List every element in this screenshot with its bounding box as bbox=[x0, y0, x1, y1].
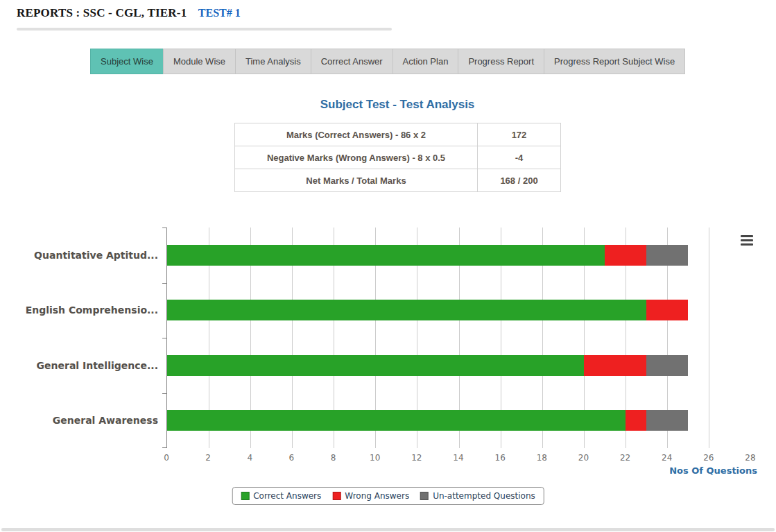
plot-area bbox=[166, 228, 750, 448]
stacked-bar bbox=[167, 410, 750, 431]
bar-segment[interactable] bbox=[167, 410, 626, 431]
y-axis-tick bbox=[162, 393, 167, 394]
x-tick-label: 18 bbox=[537, 453, 547, 463]
bar-row bbox=[167, 283, 750, 338]
table-row: Negative Marks (Wrong Answers) - 8 x 0.5… bbox=[235, 146, 561, 169]
x-tick-label: 20 bbox=[578, 453, 589, 463]
bar-segment[interactable] bbox=[584, 355, 646, 376]
x-tick-label: 16 bbox=[495, 453, 506, 463]
metric-label: Marks (Correct Answers) - 86 x 2 bbox=[235, 123, 478, 146]
header-underline bbox=[17, 28, 392, 31]
x-tick-label: 12 bbox=[411, 453, 422, 463]
metric-value: 168 / 200 bbox=[478, 169, 561, 192]
tab-progress-report[interactable]: Progress Report bbox=[458, 49, 544, 74]
legend-label: Un-attempted Questions bbox=[433, 491, 535, 501]
x-tick-label: 24 bbox=[662, 453, 672, 463]
stacked-bar bbox=[167, 355, 750, 376]
tab-time-analysis[interactable]: Time Analysis bbox=[235, 49, 311, 74]
tab-bar: Subject Wise Module Wise Time Analysis C… bbox=[90, 49, 685, 74]
x-tick-label: 2 bbox=[205, 453, 211, 463]
report-title: REPORTS : SSC - CGL, TIER-1 bbox=[17, 6, 187, 19]
bar-segment[interactable] bbox=[167, 300, 646, 320]
x-tick-label: 10 bbox=[370, 453, 380, 463]
legend-item[interactable]: Correct Answers bbox=[241, 491, 321, 501]
tab-subject-wise[interactable]: Subject Wise bbox=[90, 49, 164, 74]
y-axis-labels: Quantitative Aptitud...English Comprehen… bbox=[0, 228, 162, 448]
y-axis-tick bbox=[162, 447, 167, 448]
bar-segment[interactable] bbox=[167, 245, 605, 266]
y-axis-label: Quantitative Aptitud... bbox=[0, 228, 162, 283]
analysis-title: Subject Test - Test Analysis bbox=[234, 98, 560, 112]
x-tick-label: 14 bbox=[453, 453, 463, 463]
tab-action-plan[interactable]: Action Plan bbox=[393, 49, 459, 74]
hamburger-line bbox=[741, 243, 753, 246]
y-axis-label: English Comprehensio... bbox=[0, 283, 162, 338]
hamburger-line bbox=[741, 235, 753, 237]
stacked-bar bbox=[167, 245, 750, 266]
stacked-bar-chart: Quantitative Aptitud...English Comprehen… bbox=[0, 223, 776, 508]
hamburger-icon[interactable] bbox=[739, 232, 755, 249]
x-tick-label: 0 bbox=[164, 453, 169, 463]
y-axis-label: General Intelligence... bbox=[0, 338, 162, 393]
x-tick-label: 6 bbox=[289, 453, 295, 463]
bar-segment[interactable] bbox=[646, 300, 688, 320]
y-axis-tick bbox=[162, 228, 167, 228]
report-header: REPORTS : SSC - CGL, TIER-1 TEST# 1 bbox=[17, 6, 241, 20]
bar-segment[interactable] bbox=[626, 410, 646, 431]
table-row: Net Marks / Total Marks 168 / 200 bbox=[235, 169, 561, 192]
legend-swatch bbox=[332, 492, 340, 500]
chart-legend: Correct AnswersWrong AnswersUn-attempted… bbox=[232, 487, 544, 505]
metric-value: 172 bbox=[478, 123, 561, 146]
table-row: Marks (Correct Answers) - 86 x 2 172 bbox=[235, 123, 561, 146]
bar-row bbox=[167, 393, 750, 449]
x-tick-label: 22 bbox=[620, 453, 630, 463]
bar-segment[interactable] bbox=[646, 245, 688, 266]
bar-segment[interactable] bbox=[167, 355, 584, 376]
bar-row bbox=[167, 228, 750, 283]
tab-module-wise[interactable]: Module Wise bbox=[163, 49, 236, 74]
x-tick-label: 28 bbox=[745, 453, 755, 463]
metric-label: Negative Marks (Wrong Answers) - 8 x 0.5 bbox=[235, 146, 478, 169]
y-axis-tick bbox=[162, 338, 167, 338]
x-tick-label: 8 bbox=[331, 453, 336, 463]
tab-correct-answer[interactable]: Correct Answer bbox=[311, 49, 393, 74]
x-tick-label: 26 bbox=[703, 453, 714, 463]
bar-segment[interactable] bbox=[605, 245, 646, 266]
legend-swatch bbox=[420, 492, 429, 500]
stacked-bar bbox=[167, 300, 750, 320]
metric-label: Net Marks / Total Marks bbox=[235, 169, 478, 192]
hamburger-line bbox=[741, 239, 753, 241]
analysis-table: Marks (Correct Answers) - 86 x 2 172 Neg… bbox=[234, 123, 561, 192]
horizontal-scrollbar[interactable] bbox=[1, 528, 775, 531]
bar-row bbox=[167, 338, 750, 393]
tab-progress-report-subject-wise[interactable]: Progress Report Subject Wise bbox=[544, 49, 685, 74]
y-axis-label: General Awareness bbox=[0, 393, 162, 449]
report-test-number[interactable]: TEST# 1 bbox=[198, 7, 241, 19]
x-axis-ticks: 0246810121416182022242628 bbox=[166, 453, 750, 463]
bar-segment[interactable] bbox=[646, 355, 688, 376]
legend-label: Correct Answers bbox=[253, 491, 321, 501]
legend-label: Wrong Answers bbox=[345, 491, 409, 501]
metric-value: -4 bbox=[478, 146, 561, 169]
legend-item[interactable]: Un-attempted Questions bbox=[420, 491, 535, 501]
x-axis-title: Nos Of Questions bbox=[669, 465, 757, 476]
x-tick-label: 4 bbox=[247, 453, 252, 463]
legend-item[interactable]: Wrong Answers bbox=[332, 491, 409, 501]
y-axis-tick bbox=[162, 283, 167, 284]
bar-segment[interactable] bbox=[646, 410, 688, 431]
legend-swatch bbox=[241, 492, 249, 500]
